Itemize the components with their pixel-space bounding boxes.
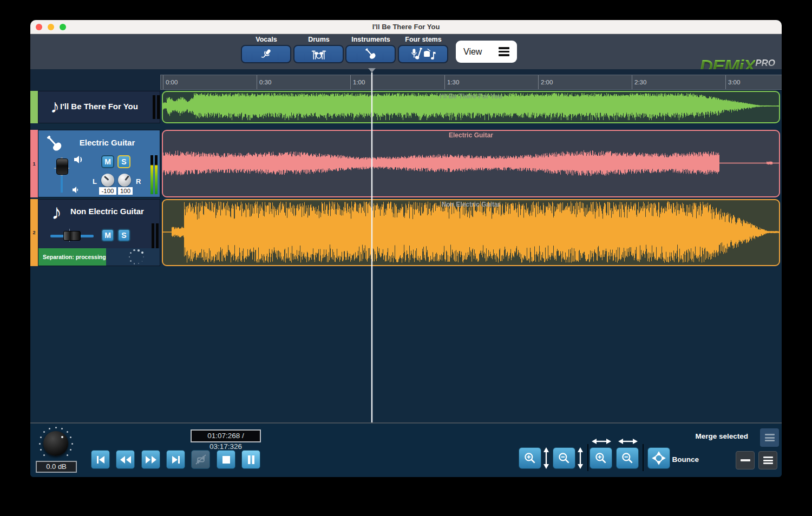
stem-vocals-label: Vocals <box>241 36 292 43</box>
gain-slider-handle[interactable] <box>63 231 81 241</box>
pan-right-label: R <box>136 177 141 186</box>
time-display: 01:07:268 / 03:17:326 <box>191 429 261 442</box>
pan-left-value[interactable]: -100 <box>99 187 116 195</box>
skip-to-start-button[interactable] <box>91 450 110 469</box>
stem-drums-button[interactable] <box>293 45 344 63</box>
zoom-in-horizontal-button[interactable] <box>590 447 612 469</box>
track-row-non-electric-guitar: 2 ♪ Non Electric Guitar M S Separation: … <box>30 199 782 266</box>
playhead-marker[interactable] <box>368 68 376 72</box>
track-color-strip: 2 <box>30 199 38 266</box>
speaker-loud-icon <box>74 155 86 164</box>
pan-right-knob[interactable] <box>118 174 131 187</box>
app-window: I'll Be There For You Vocals <box>30 20 782 477</box>
zoom-fit-button[interactable] <box>647 447 670 469</box>
track-title: I'll Be There For You <box>38 102 160 111</box>
bounce-remove-button[interactable] <box>736 451 755 469</box>
stem-four-stems-button[interactable] <box>398 45 448 63</box>
volume-slider-fill <box>61 176 63 193</box>
toolbar-divider <box>587 444 588 471</box>
loop-disabled-icon <box>194 453 207 466</box>
separation-status-badge: Separation: processing <box>38 248 106 266</box>
stop-icon <box>221 455 231 465</box>
toolbar: Vocals Drums <box>30 34 782 70</box>
track-header-electric-guitar[interactable]: Electric Guitar M S L <box>38 130 160 197</box>
waveform-canvas <box>163 131 779 195</box>
level-meter <box>150 155 158 194</box>
pan-right-value[interactable]: 100 <box>118 187 133 195</box>
fast-forward-button[interactable] <box>141 450 160 469</box>
bounce-menu-button[interactable] <box>758 451 777 469</box>
track-number: 1 <box>32 161 35 167</box>
ruler-tick: 2:00 <box>538 75 553 89</box>
level-meter <box>152 223 159 248</box>
loop-button[interactable] <box>191 450 210 469</box>
track-color-strip: 1 <box>30 130 38 197</box>
minus-icon <box>741 459 750 461</box>
drumkit-icon <box>311 47 326 61</box>
stem-four-stems-label: Four stems <box>398 36 449 43</box>
view-menu-icon <box>499 45 509 58</box>
ruler-tick: 2:30 <box>632 75 646 89</box>
zoom-fit-icon <box>651 451 666 466</box>
merge-selected-menu-button[interactable] <box>760 428 779 447</box>
master-volume-knob[interactable] <box>37 425 75 462</box>
logo-pro-text: PRO <box>755 58 775 68</box>
pause-button[interactable] <box>241 450 260 469</box>
stem-vocals: Vocals <box>241 36 292 63</box>
pan-left-knob[interactable] <box>101 174 114 187</box>
titlebar: I'll Be There For You <box>30 20 782 34</box>
screen-background: I'll Be There For You Vocals <box>0 0 812 516</box>
waveform-region-mix[interactable]: I'll Be There For You <box>162 91 780 123</box>
track-header-mix[interactable]: ♪ I'll Be There For You <box>38 91 160 123</box>
master-volume-value[interactable]: 0.0 dB <box>36 461 77 473</box>
stem-vocals-button[interactable] <box>241 45 291 63</box>
volume-slider-handle[interactable] <box>56 158 68 175</box>
waveform-region-non-electric-guitar[interactable]: Non Electric Guitar <box>162 199 780 266</box>
playhead-line[interactable] <box>371 72 372 422</box>
zoom-out-vertical-button[interactable] <box>553 447 575 469</box>
pause-icon <box>246 455 256 465</box>
zoom-in-icon <box>523 451 537 465</box>
menu-icon <box>765 433 775 443</box>
waveform-region-electric-guitar[interactable]: Electric Guitar <box>162 130 780 197</box>
timeline-ruler[interactable]: 0:00 0:30 1:00 1:30 2:00 2:30 3:00 <box>160 75 782 90</box>
speaker-quiet-icon <box>72 186 80 194</box>
horizontal-resize-arrow-icon <box>592 438 611 445</box>
menu-icon <box>763 455 773 466</box>
skip-to-end-button[interactable] <box>166 450 185 469</box>
region-label: I'll Be There For You <box>163 92 779 100</box>
timeline-row: 0:00 0:30 1:00 1:30 2:00 2:30 3:00 <box>30 69 782 91</box>
stem-instruments-label: Instruments <box>345 36 396 43</box>
solo-button[interactable]: S <box>117 229 130 242</box>
solo-button[interactable]: S <box>117 155 130 168</box>
zoom-out-icon <box>620 451 634 465</box>
stem-instruments: Instruments <box>345 36 396 63</box>
bounce-label: Bounce <box>672 455 699 464</box>
track-row-electric-guitar: 1 Electric Guitar <box>30 130 782 197</box>
region-label: Non Electric Guitar <box>163 201 779 208</box>
ruler-tick: 3:00 <box>725 75 740 89</box>
rewind-button[interactable] <box>116 450 135 469</box>
pan-left-label: L <box>93 177 97 186</box>
ruler-tick: 1:30 <box>444 75 459 89</box>
track-row-mix: ♪ I'll Be There For You I'll Be There Fo… <box>30 91 782 123</box>
level-meter <box>153 95 160 119</box>
ruler-tick: 0:30 <box>257 75 271 89</box>
stem-instruments-button[interactable] <box>345 45 396 63</box>
track-color-strip <box>30 91 38 123</box>
stem-four-stems: Four stems <box>398 36 449 63</box>
transport-bar: 0.0 dB 01:07:268 / 03:17:326 <box>30 424 782 477</box>
mute-button[interactable]: M <box>101 229 114 242</box>
skip-to-end-icon <box>171 454 181 465</box>
zoom-out-horizontal-button[interactable] <box>616 447 639 469</box>
microphone-icon <box>259 47 273 61</box>
region-label: Electric Guitar <box>163 131 779 139</box>
mute-button[interactable]: M <box>101 155 114 168</box>
window-title: I'll Be There For You <box>30 23 782 31</box>
waveform-canvas <box>163 200 779 264</box>
view-menu-button[interactable]: View <box>456 41 517 63</box>
stop-button[interactable] <box>217 450 235 469</box>
track-header-non-electric-guitar[interactable]: ♪ Non Electric Guitar M S Separation: pr… <box>38 199 160 266</box>
zoom-in-vertical-button[interactable] <box>519 447 541 469</box>
processing-spinner-icon <box>126 246 147 268</box>
